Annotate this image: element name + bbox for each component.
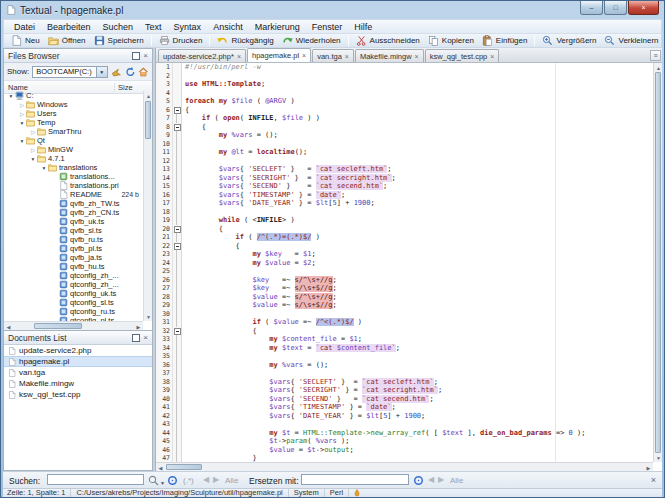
- prev-icon[interactable]: ◀: [203, 475, 209, 484]
- code-line[interactable]: 22 {: [156, 242, 653, 251]
- code-line[interactable]: 12: [156, 157, 653, 166]
- editor-vertical-scrollbar[interactable]: ▲ ▼: [653, 63, 662, 462]
- fold-collapse-icon[interactable]: [174, 124, 181, 131]
- code-line[interactable]: 11 my @lt = localtime();: [156, 148, 653, 157]
- code-line[interactable]: 5foreach my $file ( @ARGV ): [156, 97, 653, 106]
- menu-suchen[interactable]: Suchen: [97, 21, 140, 33]
- collapse-icon[interactable]: ▾: [18, 138, 26, 144]
- code-line[interactable]: 41 $vars{ 'TIMESTAMP' } = `date`;: [156, 403, 653, 412]
- tree-item-windows[interactable]: ▷Windows: [4, 100, 143, 109]
- tree-item-qtconfig-ru.ts[interactable]: qtconfig_ru.ts: [4, 307, 143, 316]
- regex-badge[interactable]: (.*): [183, 476, 194, 485]
- document-item-makefile.mingw[interactable]: Makefile.mingw: [4, 378, 152, 389]
- tree-item-readme[interactable]: README224 b: [4, 190, 143, 199]
- tree-item-qvfb-uk.ts[interactable]: qvfb_uk.ts: [4, 217, 143, 226]
- scroll-thumb[interactable]: [34, 323, 82, 329]
- code-line[interactable]: 29 $value =~ s/\s+$//g;: [156, 301, 653, 310]
- code-line[interactable]: 38 $vars{ 'SECLEFT' } = `cat secleft.htm…: [156, 378, 653, 387]
- paste-button[interactable]: Einfügen: [478, 34, 532, 47]
- code-line[interactable]: 44 my $t = HTML::Template->new_array_ref…: [156, 429, 653, 438]
- replace-input[interactable]: [301, 474, 409, 485]
- tab-ksw-qgl-test.cpp[interactable]: ksw_qgl_test.cpp×: [425, 49, 500, 62]
- close-panel-icon[interactable]: ×: [143, 335, 148, 341]
- tab-close-icon[interactable]: ×: [345, 53, 349, 60]
- prev-icon[interactable]: ◀: [428, 475, 434, 484]
- close-icon[interactable]: ×: [628, 1, 659, 15]
- menu-fenster[interactable]: Fenster: [306, 21, 349, 33]
- locate-icon[interactable]: [111, 66, 122, 78]
- code-line[interactable]: 23 my $key = $1;: [156, 250, 653, 259]
- zoom-out-button[interactable]: Verkleinern: [600, 34, 662, 47]
- tree-item-temp[interactable]: ▾Temp: [4, 118, 143, 127]
- tree-horizontal-scrollbar[interactable]: ◀ ▶: [4, 321, 143, 330]
- code-line[interactable]: 36 my %vars = ();: [156, 361, 653, 370]
- menu-text[interactable]: Text: [139, 21, 168, 33]
- new-file-button[interactable]: Neu: [7, 34, 44, 47]
- tab-close-icon[interactable]: ×: [415, 53, 419, 60]
- tree-item-mingw[interactable]: ▷MinGW: [4, 145, 143, 154]
- code-line[interactable]: 46 $value = $t->output;: [156, 446, 653, 455]
- tree-item-qtconfig-zh-...[interactable]: qtconfig_zh_...: [4, 271, 143, 280]
- code-line[interactable]: 10: [156, 140, 653, 149]
- code-line[interactable]: 26 $key =~ s/^\s+//g;: [156, 276, 653, 285]
- code-line[interactable]: 3use HTML::Template;: [156, 80, 653, 89]
- tree-item-translations.pri[interactable]: translations.pri: [4, 181, 143, 190]
- tree-vertical-scrollbar[interactable]: ▲ ▼: [143, 91, 152, 321]
- code-line[interactable]: 27 $key =~ s/\s+$//g;: [156, 284, 653, 293]
- close-panel-icon[interactable]: ×: [143, 53, 148, 59]
- scroll-left-icon[interactable]: ◀: [4, 322, 13, 331]
- code-line[interactable]: 19 while ( <INFILE> ): [156, 216, 653, 225]
- tab-van.tga[interactable]: van.tga×: [312, 49, 354, 62]
- tree-item-c-[interactable]: ▾C:: [4, 91, 143, 100]
- scroll-thumb[interactable]: [145, 101, 151, 139]
- next-icon[interactable]: ▶: [213, 475, 219, 484]
- drive-select[interactable]: BOOTCAMP(C:) ▼: [32, 66, 108, 78]
- scroll-up-icon[interactable]: ▲: [144, 91, 153, 100]
- menu-syntax[interactable]: Syntax: [168, 21, 208, 33]
- code-line[interactable]: 18: [156, 208, 653, 217]
- code-line[interactable]: 37: [156, 369, 653, 378]
- code-line[interactable]: 40 $vars{ 'SECEND' } = `cat secend.htm`;: [156, 395, 653, 404]
- code-line[interactable]: 30: [156, 310, 653, 319]
- tree-item-qvfb-pl.ts[interactable]: qvfb_pl.ts: [4, 244, 143, 253]
- fold-collapse-icon[interactable]: [174, 226, 181, 233]
- tree-item-qtconfig-uk.ts[interactable]: qtconfig_uk.ts: [4, 289, 143, 298]
- scroll-thumb[interactable]: [655, 72, 661, 453]
- scroll-down-icon[interactable]: ▼: [144, 312, 153, 321]
- tab-list-icon[interactable]: ≡: [650, 50, 661, 61]
- code-line[interactable]: 20 {: [156, 225, 653, 234]
- tab-close-icon[interactable]: ×: [490, 53, 494, 60]
- code-editor[interactable]: 1#!/usr/bin/perl -w23use HTML::Template;…: [156, 63, 653, 462]
- expand-icon[interactable]: ▷: [18, 102, 26, 108]
- code-line[interactable]: 31 if ( $value =~ /^<(.*)$/ ): [156, 318, 653, 327]
- scroll-down-icon[interactable]: ▼: [654, 453, 663, 462]
- document-item-ksw-qgl-test.cpp[interactable]: ksw_qgl_test.cpp: [4, 389, 152, 400]
- code-line[interactable]: 43: [156, 420, 653, 429]
- tab-hpagemake.pl[interactable]: hpagemake.pl×: [247, 48, 311, 62]
- menu-markierung[interactable]: Markierung: [249, 21, 306, 33]
- copy-button[interactable]: Kopieren: [424, 34, 478, 47]
- expand-icon[interactable]: ▷: [18, 111, 26, 117]
- zoom-in-button[interactable]: Vergrößern: [538, 34, 600, 47]
- home-icon[interactable]: [138, 66, 149, 78]
- undo-button[interactable]: Rückgängig: [213, 34, 277, 47]
- code-line[interactable]: 25: [156, 267, 653, 276]
- minimize-icon[interactable]: –: [580, 1, 603, 15]
- code-line[interactable]: 33 my $content_file = $1;: [156, 335, 653, 344]
- replace-all-button[interactable]: Alle: [450, 476, 463, 485]
- highlight-all-icon[interactable]: [167, 475, 178, 486]
- code-line[interactable]: 39 $vars{ 'SECRIGHT' } = `cat secright.h…: [156, 386, 653, 395]
- code-line[interactable]: 34 my $text = `cat $content_file`;: [156, 344, 653, 353]
- code-line[interactable]: 9 my %vars = ();: [156, 131, 653, 140]
- tab-update-service2.php-[interactable]: update-service2.php*×: [158, 49, 246, 62]
- tree-item-translations[interactable]: ▾translations: [4, 163, 143, 172]
- document-item-update-service2.php[interactable]: update-service2.php: [4, 345, 152, 356]
- scroll-thumb[interactable]: [166, 464, 202, 470]
- tab-close-icon[interactable]: ×: [302, 52, 306, 59]
- code-line[interactable]: 15 $vars{ 'SECEND' } = `cat secend.htm`;: [156, 182, 653, 191]
- save-button[interactable]: Speichern: [90, 34, 148, 47]
- editor-horizontal-scrollbar[interactable]: ◀ ▶: [156, 462, 653, 471]
- maximize-icon[interactable]: □: [604, 1, 627, 15]
- menu-ansicht[interactable]: Ansicht: [207, 21, 249, 33]
- float-panel-icon[interactable]: [132, 52, 140, 60]
